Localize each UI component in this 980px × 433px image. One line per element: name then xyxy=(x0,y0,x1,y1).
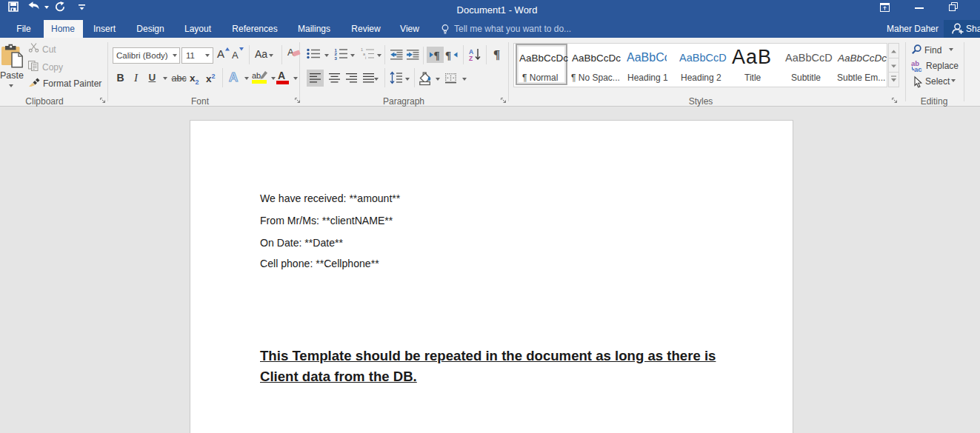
svg-text:¶: ¶ xyxy=(434,50,440,61)
svg-text:Z: Z xyxy=(469,55,473,62)
svg-text:ab: ab xyxy=(252,71,261,80)
svg-text:¶: ¶ xyxy=(445,50,451,61)
svg-text:ac: ac xyxy=(914,65,922,73)
svg-text:i: i xyxy=(365,56,366,60)
svg-text:A: A xyxy=(229,70,238,84)
svg-text:3: 3 xyxy=(335,56,338,60)
